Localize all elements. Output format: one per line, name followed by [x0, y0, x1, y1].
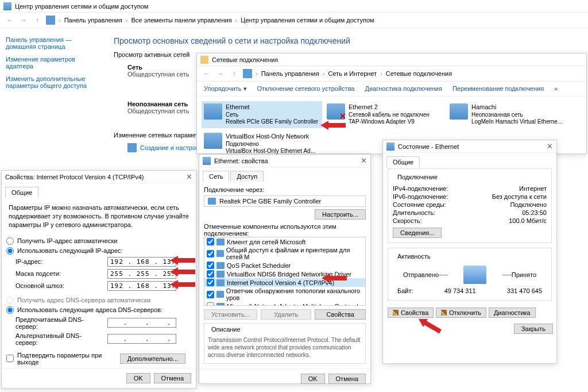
close-icon[interactable]: ✕	[186, 172, 192, 181]
ok-button[interactable]: OK	[301, 374, 325, 384]
sidebar: Панель управления — домашняя страница Из…	[0, 28, 103, 103]
auto-dns-radio	[6, 297, 14, 304]
adapter-icon	[204, 103, 222, 120]
network-icon	[3, 2, 11, 10]
adapter-icon	[327, 103, 345, 120]
components-listbox[interactable]: Клиент для сетей Microsoft Общий доступ …	[204, 237, 366, 306]
cancel-button[interactable]: Отмена	[154, 373, 191, 383]
toolbar: Упорядочить ▾ Отключение сетевого устрой…	[197, 82, 586, 97]
more-chevron-icon[interactable]: »	[554, 85, 558, 93]
crumb-3[interactable]: Центр управления сетями и общим доступом	[241, 17, 374, 24]
crumb-2[interactable]: Все элементы панели управления	[131, 17, 231, 24]
dns1-input[interactable]	[107, 318, 176, 328]
subnet-mask-input[interactable]	[107, 269, 176, 279]
breadcrumb[interactable]: ← → ↑ › Панель управления › Сеть и Интер…	[197, 66, 586, 82]
install-button[interactable]: Установить...	[204, 309, 257, 320]
close-icon[interactable]: ✕	[547, 142, 553, 151]
activity-group: Активность Отправлено — — Принято Байт: …	[388, 248, 552, 301]
up-arrow-icon[interactable]: ↑	[229, 68, 239, 79]
nic-icon	[208, 198, 216, 205]
disable-device-button[interactable]: Отключение сетевого устройства	[257, 85, 355, 93]
component-icon	[216, 279, 225, 286]
forward-arrow-icon[interactable]: →	[215, 68, 226, 79]
sidebar-adapters[interactable]: Изменение параметров адаптера	[6, 56, 98, 70]
cpl-icon	[46, 16, 55, 25]
rename-button[interactable]: Переименование подключения	[452, 85, 544, 93]
ipv4-component: Internet Protocol Version 4 (TCP/IPv4)	[227, 279, 334, 286]
properties-button[interactable]: Свойства	[388, 308, 434, 318]
component-icon	[216, 291, 224, 298]
diagnose-button[interactable]: Диагностика	[489, 308, 536, 318]
adapter-name: Realtek PCIe GBE Family Controller	[219, 198, 321, 205]
validate-checkbox[interactable]	[6, 355, 14, 362]
ip-address-input[interactable]	[107, 257, 176, 267]
cancel-button[interactable]: Отмена	[328, 374, 366, 384]
titlebar: Состояние - Ethernet ✕	[383, 140, 556, 153]
component-icon	[216, 262, 225, 269]
auto-ip-radio[interactable]	[6, 237, 14, 245]
component-icon	[216, 239, 225, 245]
component-checkbox[interactable]	[207, 250, 214, 258]
organize-menu[interactable]: Упорядочить ▾	[204, 85, 247, 93]
recv-bytes: 331 470 645	[507, 287, 542, 294]
status-dialog: Состояние - Ethernet ✕ Общие Подключение…	[382, 140, 557, 364]
connection-vbox[interactable]: VirtualBox Host-Only Network Подключено …	[202, 130, 322, 157]
tab-access[interactable]: Доступ	[230, 171, 264, 182]
sidebar-sharing[interactable]: Изменить дополнительные параметры общего…	[6, 75, 98, 89]
dialog-title: Свойства: Internet Protocol Version 4 (T…	[5, 174, 144, 180]
component-icon	[216, 250, 224, 257]
tab-general[interactable]: Общие	[386, 156, 420, 167]
component-checkbox[interactable]	[207, 238, 214, 245]
connections-window: Сетевые подключения ← → ↑ › Панель управ…	[196, 53, 587, 154]
component-icon	[216, 271, 225, 278]
titlebar: Сетевые подключения	[197, 53, 586, 66]
manual-dns-radio[interactable]	[6, 306, 14, 314]
component-checkbox[interactable]	[207, 262, 214, 269]
component-checkbox[interactable]	[207, 302, 214, 306]
close-button[interactable]: Закрыть	[514, 324, 553, 334]
sidebar-home[interactable]: Панель управления — домашняя страница	[6, 36, 98, 50]
diagnose-button[interactable]: Диагностика подключения	[365, 85, 442, 93]
titlebar: Свойства: Internet Protocol Version 4 (T…	[2, 171, 196, 183]
tab-general[interactable]: Общие	[5, 187, 38, 198]
back-arrow-icon[interactable]: ←	[202, 68, 212, 79]
component-properties-button[interactable]: Свойства	[315, 309, 366, 320]
up-arrow-icon[interactable]: ↑	[32, 15, 42, 25]
forward-arrow-icon[interactable]: →	[18, 15, 29, 25]
window-title: Центр управления сетями и общим доступом	[15, 3, 148, 10]
dialog-title: Состояние - Ethernet	[398, 143, 459, 150]
uninstall-button[interactable]: Удалить	[261, 309, 312, 320]
component-checkbox[interactable]	[207, 270, 214, 278]
adapter-icon	[450, 103, 468, 120]
connection-hamachi[interactable]: Hamachi Неопознанная сеть LogMeIn Hamach…	[447, 101, 568, 128]
dialog-title: Ethernet: свойства	[214, 157, 268, 164]
crumb-1[interactable]: Панель управления	[64, 17, 122, 24]
component-checkbox[interactable]	[207, 279, 214, 286]
gateway-input[interactable]	[107, 281, 176, 291]
cpl-icon	[243, 69, 252, 78]
ok-button[interactable]: OK	[126, 373, 150, 383]
tab-network[interactable]: Сеть	[203, 171, 229, 182]
activity-icon	[463, 266, 486, 284]
ipv4-properties-dialog: Свойства: Internet Protocol Version 4 (T…	[1, 170, 196, 389]
configure-button[interactable]: Настроить...	[315, 209, 366, 220]
component-icon	[216, 303, 225, 306]
advanced-button[interactable]: Дополнительно...	[120, 353, 185, 364]
back-arrow-icon[interactable]: ←	[5, 15, 15, 25]
adapter-icon	[204, 133, 222, 149]
description-text: Transmission Control Protocol/Internet P…	[207, 334, 363, 361]
connection-ethernet[interactable]: Ethernet Сеть Realtek PCIe GBE Family Co…	[202, 101, 322, 128]
titlebar: Ethernet: свойства ✕	[199, 155, 370, 167]
ethernet-properties-dialog: Ethernet: свойства ✕ Сеть Доступ Подключ…	[199, 154, 371, 384]
disable-button[interactable]: Отключить	[436, 308, 486, 318]
dns2-input[interactable]	[107, 334, 176, 344]
connection-ethernet2[interactable]: Ethernet 2 Сетевой кабель не подключен T…	[324, 101, 445, 128]
manual-ip-radio[interactable]	[6, 247, 14, 255]
breadcrumb-bar[interactable]: ← → ↑ › Панель управления › Все элементы…	[0, 13, 588, 28]
page-heading: Просмотр основных сведений о сети и наст…	[114, 36, 578, 45]
connection-group: Подключение IPv4-подключение:Интернет IP…	[388, 168, 552, 243]
details-button[interactable]: Сведения...	[393, 228, 442, 238]
component-checkbox[interactable]	[207, 291, 214, 298]
wizard-icon	[127, 143, 137, 152]
close-icon[interactable]: ✕	[361, 156, 367, 165]
